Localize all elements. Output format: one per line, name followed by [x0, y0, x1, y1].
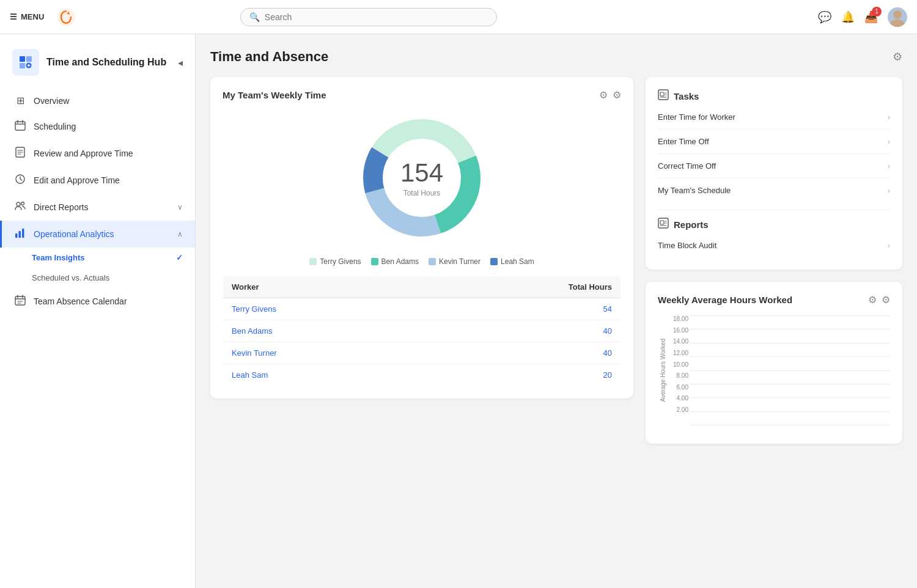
- menu-button[interactable]: ☰ MENU: [10, 12, 44, 21]
- legend-label: Leah Sam: [501, 257, 534, 266]
- direct-reports-icon: [14, 200, 26, 214]
- right-column: Tasks Enter Time for Worker › Enter Time…: [646, 77, 902, 444]
- y-tick: 6.00: [669, 384, 688, 391]
- legend-item-terry: Terry Givens: [309, 257, 361, 266]
- task-item-correct-time-off[interactable]: Correct Time Off ›: [658, 154, 890, 178]
- legend-dot: [309, 258, 317, 265]
- avg-card-header: Weekly Average Hours Worked ⚙ ⚙: [658, 294, 890, 306]
- sidebar-nav: ⊞ Overview Scheduling Review and Approve…: [0, 88, 195, 248]
- sidebar-item-edit-approve[interactable]: Edit and Approve Time: [0, 167, 195, 194]
- direct-reports-chevron: ∨: [177, 203, 183, 211]
- svg-rect-13: [19, 231, 21, 238]
- sidebar-item-scheduling[interactable]: Scheduling: [0, 113, 195, 140]
- svg-point-11: [21, 202, 24, 205]
- table-row: Kevin Turner 40: [223, 342, 621, 364]
- grid-line: [690, 329, 890, 329]
- legend-item-kevin: Kevin Turner: [429, 257, 481, 266]
- sidebar-item-direct-reports[interactable]: Direct Reports ∨: [0, 194, 195, 221]
- sidebar-sub-item-scheduled-actuals[interactable]: Scheduled vs. Actuals: [0, 268, 195, 288]
- filter-icon[interactable]: ⚙: [599, 89, 608, 101]
- y-axis-label: Average Hours Worked: [660, 339, 666, 402]
- hamburger-icon: ☰: [10, 12, 17, 21]
- sidebar-item-review-approve[interactable]: Review and Approve Time: [0, 140, 195, 167]
- sidebar-app-icon: [12, 49, 39, 76]
- bar-chart: Average Hours Worked 18.00 16.00 14.00 1…: [658, 315, 890, 432]
- weekly-avg-card: Weekly Average Hours Worked ⚙ ⚙ Average …: [646, 282, 902, 444]
- page-title: Time and Absence: [210, 49, 328, 65]
- analytics-chevron: ∧: [177, 230, 183, 238]
- main-content: Time and Absence ⚙ My Team's Weekly Time…: [196, 34, 917, 588]
- card-title: My Team's Weekly Time: [223, 90, 326, 100]
- workday-logo[interactable]: [56, 7, 76, 27]
- tasks-section-title: Tasks: [658, 89, 890, 103]
- legend-dot: [429, 258, 436, 265]
- chart-legend: Terry Givens Ben Adams Kevin Turner: [223, 257, 621, 266]
- user-avatar[interactable]: [888, 7, 907, 27]
- task-item-enter-time-off[interactable]: Enter Time Off ›: [658, 130, 890, 154]
- table-row: Terry Givens 54: [223, 298, 621, 320]
- svg-rect-14: [22, 229, 24, 238]
- worker-hours: 54: [603, 304, 612, 314]
- task-chevron: ›: [888, 138, 890, 146]
- svg-rect-4: [26, 56, 32, 62]
- sidebar-item-team-absence[interactable]: Team Absence Calendar: [0, 288, 195, 315]
- sidebar-sub-item-team-insights[interactable]: Team Insights ✓: [0, 248, 195, 268]
- table-row: Ben Adams 40: [223, 320, 621, 342]
- sidebar: Time and Scheduling Hub ◂ ⊞ Overview Sch…: [0, 34, 196, 588]
- chat-icon[interactable]: 💬: [818, 10, 831, 24]
- worker-name[interactable]: Terry Givens: [232, 304, 276, 314]
- task-chevron: ›: [888, 241, 890, 250]
- weekly-time-header: My Team's Weekly Time ⚙ ⚙: [223, 89, 621, 101]
- search-input[interactable]: [265, 12, 488, 22]
- filter-icon-avg[interactable]: ⚙: [868, 294, 877, 306]
- worker-name[interactable]: Ben Adams: [232, 326, 273, 336]
- search-bar[interactable]: 🔍: [240, 8, 497, 26]
- sidebar-title: Time and Scheduling Hub: [46, 56, 166, 69]
- sidebar-header: Time and Scheduling Hub ◂: [0, 44, 195, 88]
- sidebar-item-label: Operational Analytics: [34, 229, 170, 239]
- donut-sub-label: Total Hours: [400, 189, 443, 197]
- legend-label: Terry Givens: [320, 257, 361, 266]
- search-icon: 🔍: [249, 12, 260, 22]
- sub-item-label: Team Insights: [32, 253, 84, 262]
- avg-card-actions: ⚙ ⚙: [868, 294, 890, 306]
- task-chevron: ›: [888, 162, 890, 171]
- settings-icon[interactable]: ⚙: [613, 89, 621, 101]
- grid-line: [690, 356, 890, 357]
- donut-label: 154 Total Hours: [400, 158, 443, 197]
- task-label: Enter Time for Worker: [658, 112, 735, 122]
- sidebar-collapse-button[interactable]: ◂: [178, 57, 183, 68]
- y-tick: 18.00: [669, 315, 688, 322]
- grid-line: [690, 425, 890, 425]
- worker-hours: 40: [603, 348, 612, 358]
- page-settings-icon[interactable]: ⚙: [893, 50, 902, 64]
- review-icon: [14, 147, 26, 160]
- worker-name[interactable]: Leah Sam: [232, 370, 268, 380]
- check-icon: ✓: [176, 253, 183, 262]
- worker-name[interactable]: Kevin Turner: [232, 348, 277, 358]
- y-tick: 2.00: [669, 406, 688, 413]
- task-item-team-schedule[interactable]: My Team's Schedule ›: [658, 178, 890, 202]
- reports-title: Reports: [674, 219, 709, 230]
- sidebar-item-label: Overview: [34, 96, 183, 106]
- edit-time-icon: [14, 174, 26, 187]
- legend-dot: [371, 258, 378, 265]
- tasks-title: Tasks: [674, 91, 699, 101]
- settings-icon-avg[interactable]: ⚙: [882, 294, 890, 306]
- task-item-enter-time[interactable]: Enter Time for Worker ›: [658, 105, 890, 130]
- legend-label: Kevin Turner: [439, 257, 481, 266]
- svg-rect-12: [15, 233, 18, 238]
- report-item-time-block[interactable]: Time Block Audit ›: [658, 233, 890, 257]
- sidebar-nav-bottom: Team Absence Calendar: [0, 288, 195, 315]
- sidebar-item-overview[interactable]: ⊞ Overview: [0, 88, 195, 113]
- bell-icon[interactable]: 🔔: [841, 10, 855, 24]
- sidebar-item-operational-analytics[interactable]: Operational Analytics ∧: [0, 221, 195, 248]
- svg-rect-7: [15, 122, 25, 130]
- task-label: My Team's Schedule: [658, 186, 731, 195]
- inbox-badge: 1: [872, 7, 882, 17]
- y-tick: 4.00: [669, 395, 688, 402]
- inbox-icon[interactable]: 📥 1: [864, 10, 878, 24]
- svg-rect-3: [20, 56, 25, 62]
- worker-hours: 40: [603, 326, 612, 336]
- reports-icon: [658, 218, 669, 231]
